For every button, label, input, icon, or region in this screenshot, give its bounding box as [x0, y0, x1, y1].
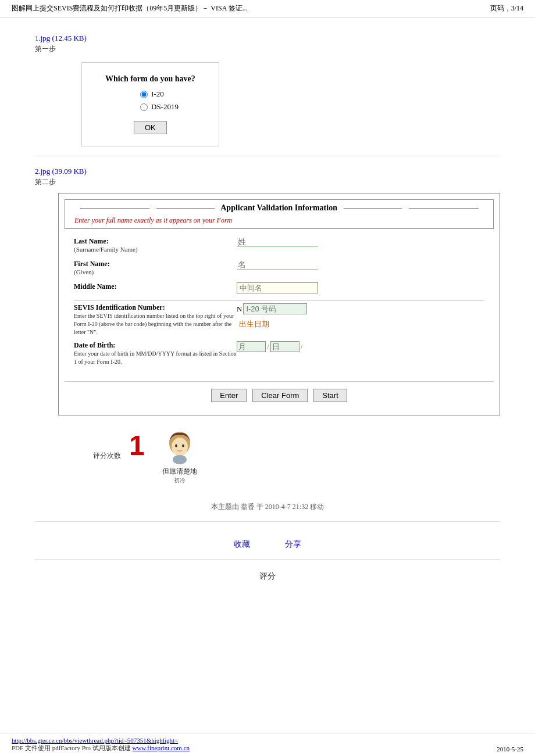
middle-name-row: Middle Name:	[74, 282, 484, 293]
sevis-row: SEVIS Identification Number: Enter the S…	[74, 303, 484, 336]
ok-button[interactable]: OK	[134, 121, 167, 134]
collect-link[interactable]: 收藏	[234, 539, 250, 550]
bottom-actions: 收藏 分享	[35, 539, 500, 550]
sevis-label: SEVIS Identification Number:	[74, 303, 237, 312]
avatar-area: 但愿清楚地 初冷	[162, 429, 197, 485]
last-name-input-col	[237, 237, 484, 247]
svg-point-3	[182, 445, 184, 447]
sevis-input-area: N 出生日期	[237, 303, 484, 332]
start-button[interactable]: Start	[313, 389, 347, 402]
rating-number: 1	[129, 429, 145, 461]
middle-name-input[interactable]	[237, 282, 318, 293]
first-name-row: First Name: (Given)	[74, 260, 484, 275]
svg-point-1	[172, 438, 188, 456]
pdf-footer: http://bbs.gter.ce.cn/bbs/viewthread.php…	[0, 733, 535, 756]
sevis-label-col: SEVIS Identification Number: Enter the S…	[74, 303, 237, 336]
dob-desc: Enter your date of birth in MM/DD/YYYY f…	[74, 350, 237, 366]
dob-slash2: /	[301, 342, 303, 352]
sevis-n-prefix: N	[237, 304, 242, 314]
form-image-2: Applicant Validation Information Enter y…	[58, 193, 500, 415]
radio-ds2019[interactable]	[140, 103, 148, 111]
last-name-sublabel: (Surname/Family Name)	[74, 246, 237, 253]
dob-month-input[interactable]	[237, 341, 266, 352]
section1-link[interactable]: 1.jpg (12.45 KB)	[35, 34, 500, 43]
radio-i20-label: I-20	[151, 89, 164, 99]
moved-note: 本主题由 薷香 于 2010-4-7 21:32 移动	[35, 502, 500, 512]
sevis-input[interactable]	[243, 303, 307, 314]
first-name-label: First Name:	[74, 260, 237, 268]
section2-inner: Applicant Validation Information Enter y…	[59, 199, 500, 415]
divider1	[35, 156, 500, 156]
pdf-note-text: PDF 文件使用 pdfFactory Pro 试用版本创建	[12, 744, 131, 751]
pdf-date: 2010-5-25	[497, 746, 523, 753]
section2-step: 第二步	[35, 177, 500, 187]
enter-button[interactable]: Enter	[211, 389, 247, 402]
avatar-name: 但愿清楚地	[162, 467, 197, 476]
dob-row: Date of Birth: Enter your date of birth …	[74, 341, 484, 366]
divider3	[35, 559, 500, 560]
field-divider	[74, 300, 484, 301]
last-name-input[interactable]	[237, 237, 318, 247]
sevis-input-row: N	[237, 303, 484, 314]
pdf-url[interactable]: http://bbs.gter.ce.cn/bbs/viewthread.php…	[12, 737, 190, 744]
count-label: 评分次数	[93, 451, 121, 461]
pdf-footer-left: http://bbs.gter.ce.cn/bbs/viewthread.php…	[12, 737, 190, 753]
page-header: 图解网上提交SEVIS费流程及如何打印收据（09年5月更新版）－ VISA 签证…	[0, 0, 535, 17]
box-title-text: Applicant Validation Information	[220, 203, 337, 212]
form-image-1: Which form do you have? I-20 DS-2019 OK	[81, 62, 219, 146]
avatar-icon	[162, 429, 197, 464]
dob-input-col: / /	[237, 341, 484, 352]
page-title: 图解网上提交SEVIS费流程及如何打印收据（09年5月更新版）－ VISA 签证…	[12, 3, 248, 13]
applicant-title: Applicant Validation Information	[74, 203, 484, 213]
form-question: Which form do you have?	[105, 74, 195, 84]
pdf-link[interactable]: www.fineprint.com.cn	[132, 744, 190, 751]
section1: 1.jpg (12.45 KB) 第一步 Which form do you h…	[35, 34, 500, 146]
last-name-label-col: Last Name: (Surname/Family Name)	[74, 237, 237, 253]
share-link[interactable]: 分享	[285, 539, 301, 550]
svg-point-2	[175, 445, 177, 447]
radio-i20[interactable]	[140, 91, 148, 98]
divider2	[35, 521, 500, 522]
last-name-row: Last Name: (Surname/Family Name)	[74, 237, 484, 253]
main-content: 1.jpg (12.45 KB) 第一步 Which form do you h…	[0, 17, 535, 617]
dob-slash1: /	[267, 342, 269, 352]
radio-i20-row: I-20	[140, 89, 195, 99]
ok-button-wrap: OK	[105, 121, 195, 134]
pdf-made-with: PDF 文件使用 pdfFactory Pro 试用版本创建 www.finep…	[12, 744, 190, 753]
avatar-subtitle: 初冷	[174, 476, 186, 485]
middle-name-label-col: Middle Name:	[74, 282, 237, 291]
radio-ds2019-row: DS-2019	[140, 102, 195, 112]
dob-label-col: Date of Birth: Enter your date of birth …	[74, 341, 237, 366]
first-name-input-col	[237, 260, 484, 270]
dob-day-input[interactable]	[270, 341, 299, 352]
rating-count-area: 评分次数 1	[93, 429, 145, 461]
clear-button[interactable]: Clear Form	[252, 389, 308, 402]
first-name-sublabel: (Given)	[74, 268, 237, 275]
rating-section: 评分次数 1 但愿清楚地 初冷	[93, 429, 500, 485]
section2: 2.jpg (39.09 KB) 第二步 Applicant Validatio…	[35, 167, 500, 415]
form-buttons: Enter Clear Form Start	[65, 381, 494, 409]
applicant-box: Applicant Validation Information Enter y…	[65, 199, 494, 229]
dob-label: Date of Birth:	[74, 341, 237, 350]
section1-step: 第一步	[35, 44, 500, 54]
middle-name-label: Middle Name:	[74, 282, 237, 291]
rating-label: 评分	[35, 571, 500, 582]
page-number: 页码，3/14	[490, 3, 523, 13]
form-subtitle: Enter your full name exactly as it appea…	[74, 216, 484, 225]
dob-area: 出生日期	[237, 319, 484, 329]
last-name-label: Last Name:	[74, 237, 237, 246]
dob-inputs: / /	[237, 341, 484, 352]
dob-label-chinese: 出生日期	[239, 319, 484, 329]
radio-ds2019-label: DS-2019	[151, 102, 179, 112]
form-fields: Last Name: (Surname/Family Name) First N…	[65, 234, 494, 377]
first-name-input[interactable]	[237, 260, 318, 270]
middle-name-input-col	[237, 282, 484, 293]
first-name-label-col: First Name: (Given)	[74, 260, 237, 275]
svg-point-4	[173, 455, 187, 464]
sevis-desc: Enter the SEVIS identification number li…	[74, 312, 237, 336]
section2-link[interactable]: 2.jpg (39.09 KB)	[35, 167, 500, 176]
